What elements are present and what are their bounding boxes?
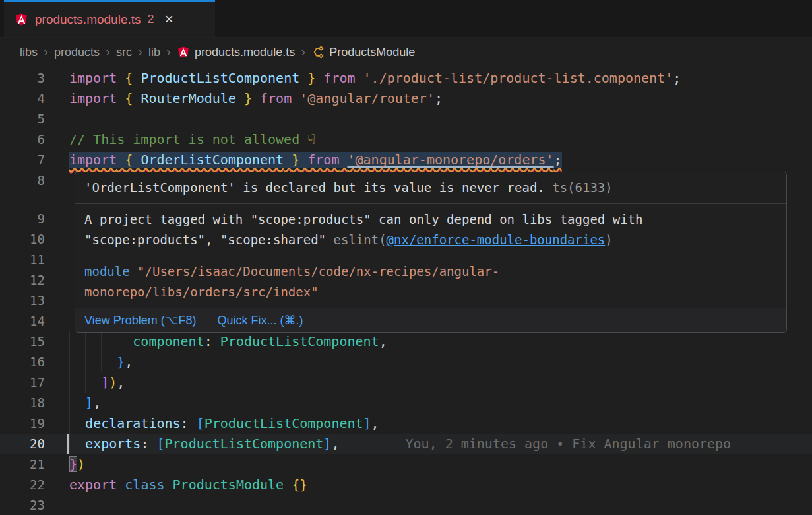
hover-text: monorepo/libs/orders/src/index" bbox=[84, 285, 319, 299]
code-line-content: // This import is not allowed ☟ bbox=[69, 129, 812, 150]
code-token: export bbox=[69, 477, 117, 493]
code-token: { bbox=[125, 90, 133, 106]
line-number: 7 bbox=[0, 150, 45, 170]
code-text: import { RouterModule } from '@angular/r… bbox=[69, 90, 443, 106]
indent-guide bbox=[69, 393, 70, 413]
code-token: class bbox=[125, 477, 164, 493]
chevron-right-icon: › bbox=[160, 44, 177, 61]
line-number: 12 bbox=[0, 270, 45, 291]
line-number: 15 bbox=[0, 331, 45, 352]
indent-guide bbox=[85, 331, 86, 352]
code-token: '@angular-monorepo/orders' bbox=[348, 152, 554, 168]
indent-guide bbox=[69, 331, 70, 352]
code-line-4[interactable]: 4import { RouterModule } from '@angular/… bbox=[0, 88, 812, 109]
code-token: } bbox=[307, 70, 315, 86]
hover-text: 'OrderListComponent' is declared but its… bbox=[84, 180, 552, 195]
code-token: } bbox=[117, 354, 125, 370]
code-token: , bbox=[379, 333, 387, 349]
error-squiggle-overlay: import { OrderListComponent } from '@ang… bbox=[69, 152, 562, 168]
code-token bbox=[117, 152, 125, 168]
line-number: 5 bbox=[0, 109, 45, 129]
tab-products-module[interactable]: products.module.ts 2 × bbox=[4, 0, 215, 37]
code-line-23[interactable]: 23 bbox=[0, 495, 812, 515]
hover-text: "/Users/isaac/Documents/code/nx-recipes/… bbox=[137, 264, 499, 279]
chevron-right-icon: › bbox=[100, 44, 116, 61]
code-token: ; bbox=[435, 90, 443, 106]
code-token: './product-list/product-list.component' bbox=[363, 70, 673, 86]
code-text: }) bbox=[69, 456, 85, 472]
chevron-right-icon: › bbox=[295, 44, 311, 61]
code-text: exports: [ProductListComponent], bbox=[69, 436, 339, 452]
tab-bar: products.module.ts 2 × bbox=[0, 0, 812, 38]
breadcrumb-item-symbol[interactable]: ProductsModule bbox=[311, 46, 415, 59]
code-text: // This import is not allowed ☟ bbox=[69, 131, 315, 147]
code-token: // This import is not allowed bbox=[69, 131, 307, 147]
code-line-5[interactable]: 5 bbox=[0, 109, 812, 129]
line-number: 22 bbox=[0, 475, 45, 495]
indent-guide bbox=[69, 372, 70, 393]
line-number: 14 bbox=[0, 311, 45, 331]
code-token: OrderListComponent bbox=[141, 152, 284, 168]
code-line-6[interactable]: 6// This import is not allowed ☟ bbox=[0, 129, 812, 150]
error-squiggle: import { OrderListComponent } from '@ang… bbox=[69, 152, 562, 168]
close-icon[interactable]: × bbox=[165, 12, 173, 27]
eslint-rule-link[interactable]: @nx/enforce-module-boundaries bbox=[387, 232, 606, 247]
hover-line: 'OrderListComponent' is declared but its… bbox=[84, 178, 777, 198]
breadcrumb-item-products[interactable]: products bbox=[54, 46, 100, 59]
breadcrumb-item-src[interactable]: src bbox=[116, 46, 132, 59]
code-token: import bbox=[69, 152, 117, 168]
line-number: 9 bbox=[0, 209, 45, 229]
code-token bbox=[165, 477, 173, 493]
code-token: , bbox=[117, 374, 125, 390]
code-line-3[interactable]: 3import { ProductListComponent } from '.… bbox=[0, 68, 812, 88]
code-token bbox=[148, 436, 156, 452]
code-token: ProductListComponent bbox=[141, 70, 299, 86]
code-line-15[interactable]: 15 component: ProductListComponent, bbox=[0, 331, 812, 352]
line-number: 19 bbox=[0, 413, 45, 434]
quick-fix-action[interactable]: Quick Fix... (⌘.) bbox=[217, 313, 303, 327]
breadcrumb-item-file[interactable]: products.module.ts bbox=[177, 46, 295, 59]
code-line-21[interactable]: 21}) bbox=[0, 454, 812, 475]
hover-text: eslint( bbox=[334, 232, 387, 247]
code-line-20[interactable]: 20 exports: [ProductListComponent],You, … bbox=[0, 434, 812, 454]
line-number: 20 bbox=[0, 434, 45, 454]
text-cursor bbox=[67, 434, 69, 454]
indent-guide bbox=[101, 352, 102, 372]
code-token bbox=[69, 354, 117, 370]
line-number: 16 bbox=[0, 352, 45, 372]
code-token: { bbox=[125, 152, 133, 168]
code-token bbox=[284, 152, 292, 168]
line-number: 18 bbox=[0, 393, 45, 413]
code-line-16[interactable]: 16 }, bbox=[0, 352, 812, 372]
code-token: from bbox=[323, 70, 355, 86]
code-token bbox=[69, 415, 85, 431]
code-line-18[interactable]: 18 ], bbox=[0, 393, 812, 413]
line-number: 23 bbox=[0, 495, 45, 515]
hover-text: "scope:products", "scope:shared" bbox=[84, 232, 334, 247]
indent-guide bbox=[85, 352, 86, 372]
line-number: 6 bbox=[0, 129, 45, 150]
code-text: ], bbox=[69, 395, 101, 411]
code-token: ] bbox=[323, 436, 331, 452]
code-token: , bbox=[125, 354, 133, 370]
code-token: ; bbox=[554, 152, 562, 168]
code-text: ]), bbox=[69, 374, 125, 390]
indent-guide bbox=[117, 331, 117, 352]
breadcrumb-item-lib[interactable]: lib bbox=[148, 46, 160, 59]
code-line-19[interactable]: 19 declarations: [ProductListComponent], bbox=[0, 413, 812, 434]
breadcrumb-item-libs[interactable]: libs bbox=[20, 46, 38, 59]
indent-guide bbox=[101, 331, 102, 352]
chevron-right-icon: › bbox=[38, 44, 54, 61]
code-token: [ bbox=[197, 415, 204, 431]
code-token bbox=[212, 333, 220, 349]
code-line-7[interactable]: 7import { OrderListComponent } from '@an… bbox=[0, 150, 812, 170]
code-token bbox=[117, 70, 125, 86]
view-problem-action[interactable]: View Problem (⌥F8) bbox=[84, 313, 196, 327]
hover-section-eslint-diagnostic: A project tagged with "scope:products" c… bbox=[75, 203, 786, 256]
code-line-content: import { RouterModule } from '@angular/r… bbox=[69, 88, 812, 109]
code-line-22[interactable]: 22export class ProductsModule {} bbox=[0, 475, 812, 495]
git-blame-annotation: You, 2 minutes ago • Fix Angular monorep… bbox=[405, 436, 731, 452]
code-token: ProductsModule bbox=[173, 477, 284, 493]
code-line-17[interactable]: 17 ]), bbox=[0, 372, 812, 393]
code-token: ProductListComponent bbox=[204, 415, 363, 431]
